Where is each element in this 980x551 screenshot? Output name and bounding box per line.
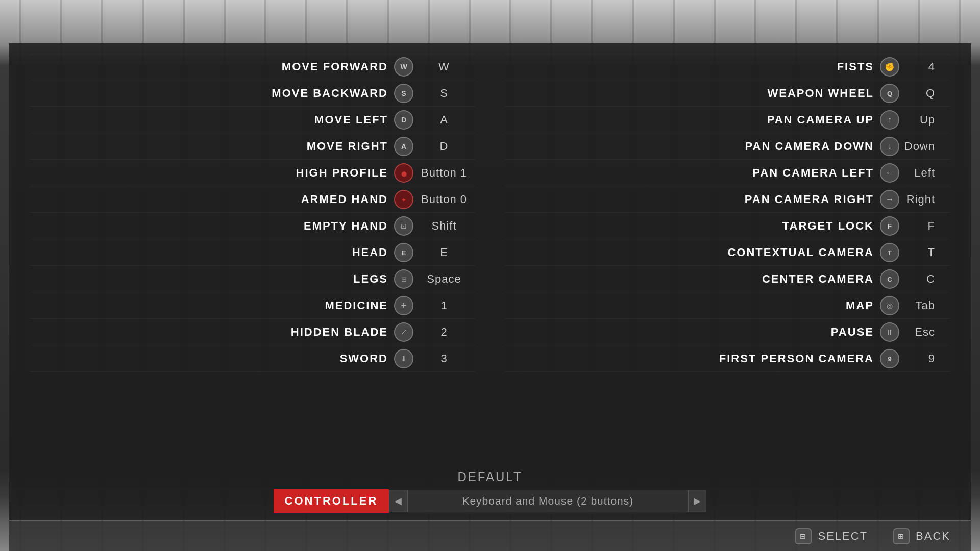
action-name-right-4: PAN CAMERA LEFT <box>505 166 880 180</box>
binding-row-right-11[interactable]: FIRST PERSON CAMERA 9 <box>505 345 950 372</box>
binding-row-right-5[interactable]: PAN CAMERA RIGHT Right <box>505 186 950 213</box>
binding-row-right-0[interactable]: FISTS 4 <box>505 54 950 80</box>
right-column: FISTS 4 WEAPON WHEEL Q PAN CAMERA UP Up … <box>505 54 950 455</box>
action-icon-right-5 <box>880 190 899 209</box>
binding-row-left-6[interactable]: EMPTY HAND Shift <box>30 213 475 239</box>
action-name-right-11: FIRST PERSON CAMERA <box>505 352 880 365</box>
content-area: MOVE FORWARD W MOVE BACKWARD S MOVE LEFT… <box>9 43 971 465</box>
icon-fist-right <box>885 62 895 72</box>
icon-d <box>401 115 406 124</box>
key-bind-right-3[interactable]: Down <box>899 140 950 153</box>
key-bind-right-7[interactable]: T <box>899 246 950 259</box>
key-bind-right-11[interactable]: 9 <box>899 352 950 365</box>
binding-row-right-8[interactable]: CENTER CAMERA C <box>505 266 950 292</box>
icon-head <box>402 248 406 257</box>
action-name-right-3: PAN CAMERA DOWN <box>505 140 880 153</box>
key-bind-right-1[interactable]: Q <box>899 87 950 100</box>
binding-row-left-11[interactable]: SWORD 3 <box>30 345 475 372</box>
icon-weapon-right <box>887 89 892 98</box>
action-name-right-10: PAUSE <box>505 325 880 339</box>
action-icon-left-10 <box>394 322 413 342</box>
action-icon-left-5 <box>394 190 413 209</box>
key-bind-left-10[interactable]: 2 <box>413 325 475 339</box>
default-label: DEFAULT <box>457 470 522 484</box>
icon-w <box>400 62 407 71</box>
action-icon-right-8 <box>880 269 899 289</box>
keyboard-mouse-label: Keyboard and Mouse (2 buttons) <box>407 490 688 512</box>
key-bind-right-5[interactable]: Right <box>899 193 950 206</box>
action-icon-left-2 <box>394 110 413 130</box>
key-bind-left-2[interactable]: A <box>413 113 475 127</box>
key-bind-right-4[interactable]: Left <box>899 166 950 180</box>
bottom-bar: SELECT BACK <box>9 521 971 551</box>
action-name-left-1: MOVE BACKWARD <box>30 87 394 100</box>
binding-row-right-6[interactable]: TARGET LOCK F <box>505 213 950 239</box>
key-bind-right-2[interactable]: Up <box>899 113 950 127</box>
binding-row-left-7[interactable]: HEAD E <box>30 239 475 266</box>
action-icon-right-7 <box>880 243 899 262</box>
key-bind-left-11[interactable]: 3 <box>413 352 475 365</box>
binding-row-left-5[interactable]: ARMED HAND Button 0 <box>30 186 475 213</box>
binding-row-right-9[interactable]: MAP Tab <box>505 292 950 319</box>
binding-row-right-1[interactable]: WEAPON WHEEL Q <box>505 80 950 107</box>
action-icon-right-0 <box>880 57 899 77</box>
action-name-left-8: LEGS <box>30 272 394 286</box>
key-bind-left-7[interactable]: E <box>413 246 475 259</box>
select-action: SELECT <box>795 528 868 544</box>
icon-right-right <box>886 195 894 204</box>
binding-row-left-3[interactable]: MOVE RIGHT D <box>30 133 475 160</box>
controller-button[interactable]: CONTROLLER <box>274 489 389 513</box>
action-icon-right-11 <box>880 349 899 368</box>
back-action: BACK <box>893 528 950 544</box>
action-icon-left-6 <box>394 216 413 236</box>
action-icon-left-0 <box>394 57 413 77</box>
binding-row-right-2[interactable]: PAN CAMERA UP Up <box>505 107 950 133</box>
key-bind-left-1[interactable]: S <box>413 87 475 100</box>
action-name-left-2: MOVE LEFT <box>30 113 394 127</box>
icon-left-right <box>886 168 894 178</box>
action-name-left-6: EMPTY HAND <box>30 219 394 233</box>
bottom-area: DEFAULT CONTROLLER ◀ Keyboard and Mouse … <box>9 465 971 520</box>
divider <box>475 54 505 455</box>
key-bind-left-0[interactable]: W <box>413 60 475 73</box>
binding-row-right-7[interactable]: CONTEXTUAL CAMERA T <box>505 239 950 266</box>
action-name-left-9: MEDICINE <box>30 299 394 312</box>
key-bind-left-4[interactable]: Button 1 <box>413 166 475 180</box>
key-bind-right-6[interactable]: F <box>899 219 950 233</box>
binding-row-left-0[interactable]: MOVE FORWARD W <box>30 54 475 80</box>
action-name-left-7: HEAD <box>30 246 394 259</box>
key-bind-right-8[interactable]: C <box>899 272 950 286</box>
arrow-left-button[interactable]: ◀ <box>389 490 407 512</box>
icon-blade <box>400 328 408 337</box>
action-name-left-10: HIDDEN BLADE <box>30 325 394 339</box>
action-icon-left-3 <box>394 137 413 156</box>
back-icon-symbol <box>898 532 905 540</box>
key-bind-right-10[interactable]: Esc <box>899 325 950 339</box>
key-bind-right-9[interactable]: Tab <box>899 299 950 312</box>
icon-armed <box>401 195 406 204</box>
binding-row-left-9[interactable]: MEDICINE 1 <box>30 292 475 319</box>
action-name-right-0: FISTS <box>505 60 880 73</box>
binding-row-right-10[interactable]: PAUSE Esc <box>505 319 950 345</box>
action-icon-left-1 <box>394 84 413 103</box>
key-bind-left-9[interactable]: 1 <box>413 299 475 312</box>
action-name-left-0: MOVE FORWARD <box>30 60 394 73</box>
arrow-right-button[interactable]: ▶ <box>688 490 706 512</box>
key-bind-left-8[interactable]: Space <box>413 272 475 286</box>
select-icon <box>795 528 812 544</box>
select-label: SELECT <box>818 530 868 543</box>
icon-center-right <box>887 274 892 284</box>
binding-row-left-4[interactable]: HIGH PROFILE Button 1 <box>30 160 475 186</box>
binding-row-left-8[interactable]: LEGS Space <box>30 266 475 292</box>
key-bind-left-5[interactable]: Button 0 <box>413 193 475 206</box>
binding-row-left-2[interactable]: MOVE LEFT A <box>30 107 475 133</box>
key-bind-left-3[interactable]: D <box>413 140 475 153</box>
binding-row-left-1[interactable]: MOVE BACKWARD S <box>30 80 475 107</box>
key-bind-right-0[interactable]: 4 <box>899 60 950 73</box>
binding-row-left-10[interactable]: HIDDEN BLADE 2 <box>30 319 475 345</box>
key-bind-left-6[interactable]: Shift <box>413 219 475 233</box>
main-panel: MOVE FORWARD W MOVE BACKWARD S MOVE LEFT… <box>9 43 971 520</box>
binding-row-right-4[interactable]: PAN CAMERA LEFT Left <box>505 160 950 186</box>
binding-row-right-3[interactable]: PAN CAMERA DOWN Down <box>505 133 950 160</box>
icon-pause-right <box>886 328 893 337</box>
